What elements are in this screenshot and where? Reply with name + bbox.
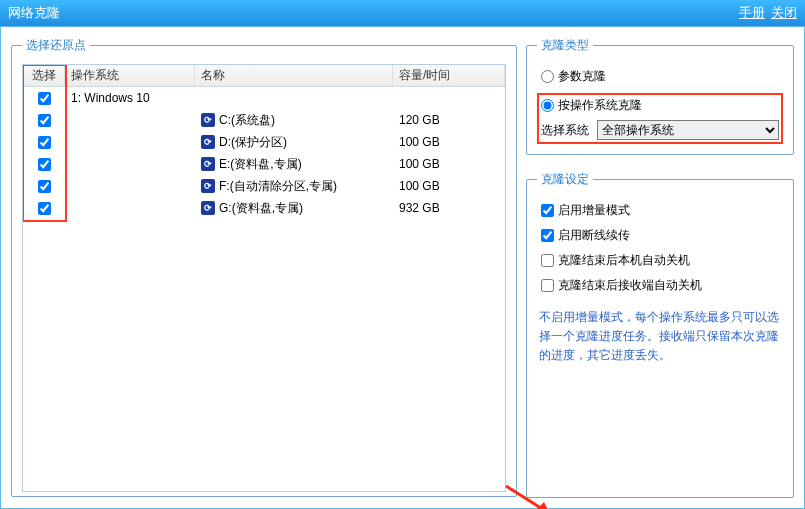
window-body: 选择还原点 选择 操作系统 名称 容量/时间 1: Windows 10⟳C:(… xyxy=(0,26,805,509)
table-body: 1: Windows 10⟳C:(系统盘)120 GB⟳D:(保护分区)100 … xyxy=(23,87,505,219)
settings-note: 不启用增量模式，每个操作系统最多只可以选择一个克隆进度任务。接收端只保留本次克隆… xyxy=(537,308,783,366)
check-resume[interactable]: 启用断线续传 xyxy=(541,227,783,244)
cell-name-text: F:(自动清除分区,专属) xyxy=(219,178,337,195)
clone-settings-legend: 克隆设定 xyxy=(537,171,593,188)
cell-name: ⟳F:(自动清除分区,专属) xyxy=(195,178,393,195)
cell-name: ⟳C:(系统盘) xyxy=(195,112,393,129)
svg-marker-1 xyxy=(536,502,550,509)
table-row[interactable]: ⟳F:(自动清除分区,专属)100 GB xyxy=(23,175,505,197)
select-system-label: 选择系统 xyxy=(541,122,589,139)
radio-byos-highlight: 按操作系统克隆 选择系统 全部操作系统 xyxy=(537,93,783,144)
radio-byos-clone-label: 按操作系统克隆 xyxy=(558,97,642,114)
check-incremental-label: 启用增量模式 xyxy=(558,202,630,219)
check-resume-input[interactable] xyxy=(541,229,554,242)
disk-icon: ⟳ xyxy=(201,135,215,149)
th-capacity: 容量/时间 xyxy=(393,65,505,86)
window-titlebar: 网络克隆 手册 关闭 xyxy=(0,0,805,26)
row-checkbox[interactable] xyxy=(38,114,51,127)
check-shutdown-recv-label: 克隆结束后接收端自动关机 xyxy=(558,277,702,294)
check-shutdown-recv-input[interactable] xyxy=(541,279,554,292)
radio-param-clone[interactable]: 参数克隆 xyxy=(541,68,783,85)
table-row[interactable]: ⟳E:(资料盘,专属)100 GB xyxy=(23,153,505,175)
th-name: 名称 xyxy=(195,65,393,86)
disk-icon: ⟳ xyxy=(201,157,215,171)
radio-param-clone-input[interactable] xyxy=(541,70,554,83)
cell-name: ⟳E:(资料盘,专属) xyxy=(195,156,393,173)
table-header: 选择 操作系统 名称 容量/时间 xyxy=(23,65,505,87)
table-row[interactable]: 1: Windows 10 xyxy=(23,87,505,109)
disk-icon: ⟳ xyxy=(201,201,215,215)
manual-button[interactable]: 手册 xyxy=(739,4,765,22)
check-shutdown-recv[interactable]: 克隆结束后接收端自动关机 xyxy=(541,277,783,294)
check-incremental-input[interactable] xyxy=(541,204,554,217)
row-checkbox[interactable] xyxy=(38,136,51,149)
close-button[interactable]: 关闭 xyxy=(771,4,797,22)
disk-icon: ⟳ xyxy=(201,113,215,127)
cell-name: ⟳D:(保护分区) xyxy=(195,134,393,151)
window-title: 网络克隆 xyxy=(8,4,733,22)
cell-capacity: 100 GB xyxy=(393,157,505,171)
cell-capacity: 100 GB xyxy=(393,135,505,149)
cell-name-text: G:(资料盘,专属) xyxy=(219,200,303,217)
table-row[interactable]: ⟳C:(系统盘)120 GB xyxy=(23,109,505,131)
cell-capacity: 100 GB xyxy=(393,179,505,193)
cell-name-text: E:(资料盘,专属) xyxy=(219,156,302,173)
th-select: 选择 xyxy=(23,65,65,86)
row-checkbox[interactable] xyxy=(38,92,51,105)
row-checkbox[interactable] xyxy=(38,202,51,215)
restore-point-group: 选择还原点 选择 操作系统 名称 容量/时间 1: Windows 10⟳C:(… xyxy=(11,37,517,497)
cell-os: 1: Windows 10 xyxy=(65,91,195,105)
clone-type-legend: 克隆类型 xyxy=(537,37,593,54)
restore-table: 选择 操作系统 名称 容量/时间 1: Windows 10⟳C:(系统盘)12… xyxy=(22,64,506,492)
cell-capacity: 932 GB xyxy=(393,201,505,215)
cell-name: ⟳G:(资料盘,专属) xyxy=(195,200,393,217)
check-shutdown-local-input[interactable] xyxy=(541,254,554,267)
check-resume-label: 启用断线续传 xyxy=(558,227,630,244)
check-shutdown-local[interactable]: 克隆结束后本机自动关机 xyxy=(541,252,783,269)
clone-type-group: 克隆类型 参数克隆 按操作系统克隆 选择系统 全部操作系统 xyxy=(526,37,794,155)
check-shutdown-local-label: 克隆结束后本机自动关机 xyxy=(558,252,690,269)
select-system-dropdown[interactable]: 全部操作系统 xyxy=(597,120,779,140)
radio-byos-clone[interactable]: 按操作系统克隆 xyxy=(541,97,779,114)
table-row[interactable]: ⟳D:(保护分区)100 GB xyxy=(23,131,505,153)
disk-icon: ⟳ xyxy=(201,179,215,193)
cell-name-text: C:(系统盘) xyxy=(219,112,275,129)
radio-param-clone-label: 参数克隆 xyxy=(558,68,606,85)
radio-byos-clone-input[interactable] xyxy=(541,99,554,112)
cell-capacity: 120 GB xyxy=(393,113,505,127)
restore-point-legend: 选择还原点 xyxy=(22,37,90,54)
table-row[interactable]: ⟳G:(资料盘,专属)932 GB xyxy=(23,197,505,219)
check-incremental[interactable]: 启用增量模式 xyxy=(541,202,783,219)
th-os: 操作系统 xyxy=(65,65,195,86)
row-checkbox[interactable] xyxy=(38,158,51,171)
clone-settings-group: 克隆设定 启用增量模式 启用断线续传 克隆结束后本机自动关机 克隆结束后接收端自… xyxy=(526,171,794,498)
cell-name-text: D:(保护分区) xyxy=(219,134,287,151)
row-checkbox[interactable] xyxy=(38,180,51,193)
